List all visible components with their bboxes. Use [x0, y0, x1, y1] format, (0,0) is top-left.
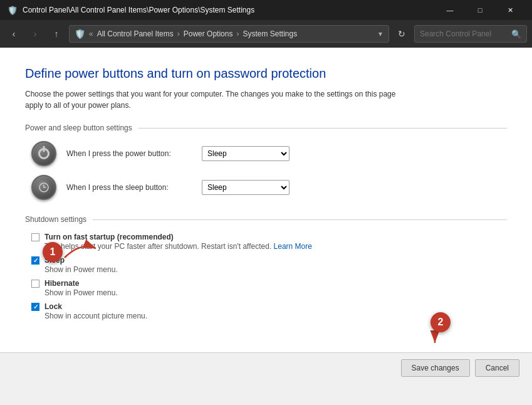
maximize-button[interactable]: □ [466, 0, 494, 20]
lock-row: Lock [31, 302, 507, 311]
learn-more-link[interactable]: Learn More [274, 242, 312, 251]
hibernate-desc: Show in Power menu. [44, 288, 507, 297]
page-description: Choose the power settings that you want … [25, 88, 414, 111]
sleep-button-row: When I press the sleep button: Do nothin… [31, 175, 507, 200]
power-button-dropdown[interactable]: Do nothing Sleep Hibernate Shut down Tur… [202, 146, 289, 161]
lock-label: Lock [44, 302, 62, 311]
fast-startup-checkbox[interactable] [31, 233, 39, 241]
button-settings: When I press the power button: Do nothin… [25, 141, 507, 200]
search-icon: 🔍 [511, 29, 521, 39]
search-box[interactable]: 🔍 [414, 25, 527, 43]
title-bar: 🛡️ Control Panel\All Control Panel Items… [0, 0, 532, 20]
fast-startup-desc: This helps start your PC faster after sh… [44, 242, 507, 251]
power-button-label: When I press the power button: [66, 149, 192, 158]
title-bar-left: 🛡️ Control Panel\All Control Panel Items… [8, 6, 254, 15]
power-icon-inner [38, 148, 50, 159]
sleep-button-dropdown[interactable]: Do nothing Sleep Hibernate Shut down Tur… [202, 180, 289, 195]
sleep-icon-svg [38, 181, 50, 194]
forward-button[interactable]: › [26, 25, 44, 43]
minimize-button[interactable]: — [436, 0, 464, 20]
hibernate-row: Hibernate [31, 279, 507, 288]
annotation-2: 2 [430, 312, 451, 332]
hibernate-checkbox[interactable] [31, 280, 39, 288]
save-changes-button[interactable]: Save changes [401, 359, 470, 377]
sleep-desc: Show in Power menu. [44, 265, 507, 274]
annotation-1: 1 [43, 242, 63, 262]
checkbox-group: Turn on fast startup (recommended) This … [25, 233, 507, 320]
fast-startup-label: Turn on fast startup (recommended) [44, 233, 174, 241]
sleep-button-icon [31, 175, 56, 200]
bottom-bar: Save changes Cancel [0, 352, 532, 382]
refresh-button[interactable]: ↻ [393, 25, 410, 43]
shutdown-section-header: Shutdown settings [25, 215, 507, 224]
path-icon: 🛡️ [75, 29, 85, 39]
cancel-button[interactable]: Cancel [475, 359, 519, 377]
sleep-item: Sleep Show in Power menu. [31, 256, 507, 274]
back-button[interactable]: ‹ [5, 25, 23, 43]
sleep-checkbox[interactable] [31, 256, 39, 265]
title-bar-controls: — □ ✕ [436, 0, 524, 20]
shutdown-section: Shutdown settings Turn on fast startup (… [25, 215, 507, 320]
app-icon: 🛡️ [8, 6, 18, 15]
search-input[interactable] [420, 29, 508, 38]
address-bar: ‹ › ↑ 🛡️ « All Control Panel Items › Pow… [0, 20, 532, 48]
sleep-row: Sleep [31, 256, 507, 265]
fast-startup-row: Turn on fast startup (recommended) [31, 233, 507, 241]
lock-checkbox[interactable] [31, 303, 39, 311]
page-title: Define power buttons and turn on passwor… [25, 66, 507, 81]
power-button-row: When I press the power button: Do nothin… [31, 141, 507, 166]
window-title: Control Panel\All Control Panel Items\Po… [23, 6, 254, 14]
hibernate-item: Hibernate Show in Power menu. [31, 279, 507, 297]
path-system-settings[interactable]: System Settings [243, 29, 297, 38]
address-path[interactable]: 🛡️ « All Control Panel Items › Power Opt… [69, 25, 389, 43]
power-button-icon [31, 141, 56, 166]
path-all-items[interactable]: All Control Panel Items [97, 29, 174, 38]
fast-startup-item: Turn on fast startup (recommended) This … [31, 233, 507, 251]
close-button[interactable]: ✕ [496, 0, 524, 20]
sleep-button-label: When I press the sleep button: [66, 183, 192, 192]
main-content: Define power buttons and turn on passwor… [0, 48, 532, 382]
up-button[interactable]: ↑ [48, 25, 65, 43]
path-power-options[interactable]: Power Options [184, 29, 233, 38]
hibernate-label: Hibernate [44, 279, 79, 288]
power-section-header: Power and sleep button settings [25, 124, 507, 132]
